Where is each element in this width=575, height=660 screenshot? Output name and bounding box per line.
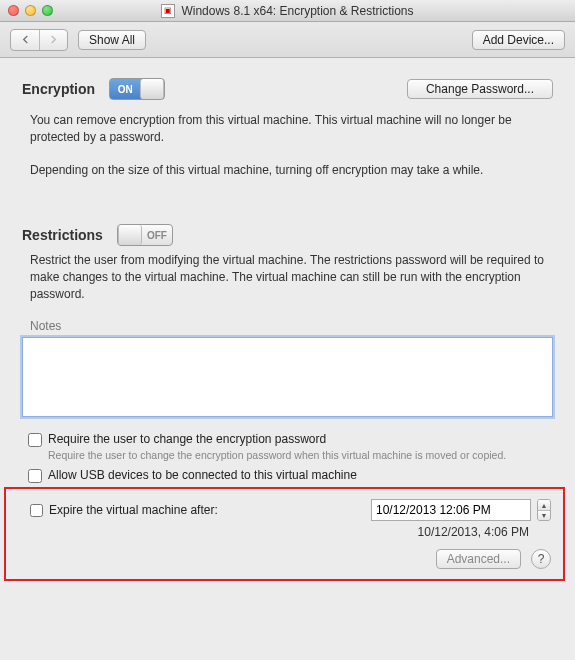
encryption-description-1: You can remove encryption from this virt… [30, 112, 553, 146]
allow-usb-checkbox[interactable] [28, 469, 42, 483]
notes-textarea[interactable] [22, 337, 553, 417]
advanced-button[interactable]: Advanced... [436, 549, 521, 569]
encryption-description-2: Depending on the size of this virtual ma… [30, 162, 553, 179]
window-controls [0, 5, 53, 16]
highlighted-expire-section: Expire the virtual machine after: ▲ ▼ 10… [4, 487, 565, 581]
allow-usb-label: Allow USB devices to be connected to thi… [48, 468, 357, 482]
stepper-down-button[interactable]: ▼ [538, 510, 550, 521]
show-all-button[interactable]: Show All [78, 30, 146, 50]
change-password-button[interactable]: Change Password... [407, 79, 553, 99]
notes-label: Notes [30, 319, 553, 333]
restrictions-toggle[interactable]: OFF [117, 224, 173, 246]
expire-vm-label: Expire the virtual machine after: [49, 503, 365, 517]
require-password-change-checkbox[interactable] [28, 433, 42, 447]
window-titlebar: ▣ Windows 8.1 x64: Encryption & Restrict… [0, 0, 575, 22]
expire-datetime-input[interactable] [371, 499, 531, 521]
help-button[interactable]: ? [531, 549, 551, 569]
toggle-knob [140, 79, 164, 99]
toggle-knob [118, 225, 142, 245]
require-password-change-label: Require the user to change the encryptio… [48, 432, 326, 446]
add-device-button[interactable]: Add Device... [472, 30, 565, 50]
toolbar: Show All Add Device... [0, 22, 575, 58]
encryption-heading: Encryption [22, 81, 95, 97]
require-password-change-sublabel: Require the user to change the encryptio… [48, 449, 553, 463]
app-icon: ▣ [161, 4, 175, 18]
zoom-window-button[interactable] [42, 5, 53, 16]
restrictions-description: Restrict the user from modifying the vir… [30, 252, 553, 302]
close-window-button[interactable] [8, 5, 19, 16]
window-title: Windows 8.1 x64: Encryption & Restrictio… [181, 4, 413, 18]
expire-datetime-stepper: ▲ ▼ [537, 499, 551, 521]
back-button[interactable] [11, 30, 39, 50]
minimize-window-button[interactable] [25, 5, 36, 16]
expire-datetime-display: 10/12/2013, 4:06 PM [24, 525, 529, 539]
forward-button[interactable] [39, 30, 67, 50]
nav-back-forward [10, 29, 68, 51]
stepper-up-button[interactable]: ▲ [538, 500, 550, 510]
encryption-toggle[interactable]: ON [109, 78, 165, 100]
restrictions-heading: Restrictions [22, 227, 103, 243]
expire-vm-checkbox[interactable] [30, 504, 43, 517]
